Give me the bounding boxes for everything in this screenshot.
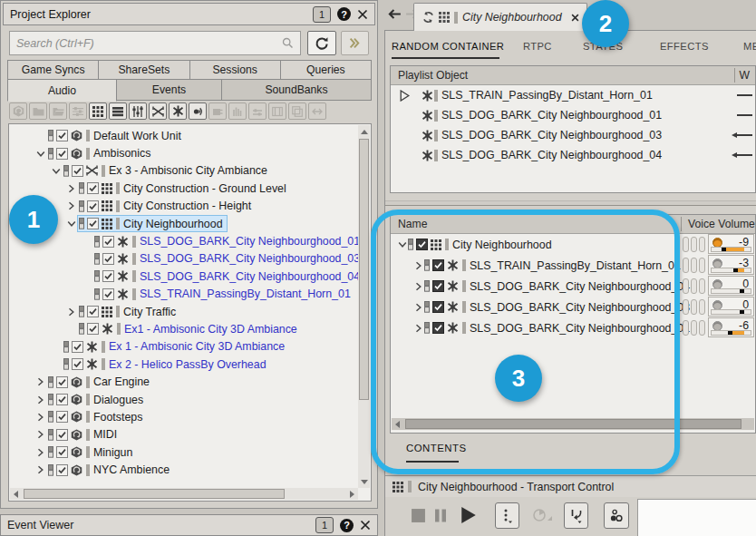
help-icon[interactable]: ? xyxy=(340,519,354,532)
chevron-right-icon[interactable] xyxy=(412,259,424,271)
checkbox-checked-icon[interactable] xyxy=(432,301,444,313)
scroll-right-icon[interactable] xyxy=(346,488,358,500)
tree-horizontal-scrollbar[interactable] xyxy=(10,488,358,500)
tree-row[interactable]: Car Engine xyxy=(10,373,358,390)
checkbox-checked-icon[interactable] xyxy=(56,376,68,388)
create-switch-container-button[interactable] xyxy=(129,102,147,120)
chevron-right-icon[interactable] xyxy=(34,464,46,476)
scroll-left-icon[interactable] xyxy=(392,418,403,430)
voice-volume-cell[interactable]: 0 xyxy=(708,297,754,317)
checkbox-checked-icon[interactable] xyxy=(87,200,99,212)
search-advanced-button[interactable] xyxy=(341,31,369,55)
tab-sharesets[interactable]: ShareSets xyxy=(98,60,189,80)
document-tab[interactable]: City Neighbourhood xyxy=(413,3,587,31)
chevron-right-icon[interactable] xyxy=(34,376,46,388)
voice-volume-cell[interactable]: -9 xyxy=(708,234,754,254)
checkbox-checked-icon[interactable] xyxy=(87,323,99,335)
tree-row[interactable]: SLS_DOG_BARK_City Neighbourghood_04 xyxy=(10,268,358,285)
scrollbar-thumb[interactable] xyxy=(359,139,369,400)
checkbox-checked-icon[interactable] xyxy=(56,130,68,141)
tab-rtpc[interactable]: RTPC xyxy=(523,41,552,52)
stop-icon[interactable] xyxy=(411,508,426,523)
voice-volume-cell[interactable]: -3 xyxy=(708,255,754,275)
tab-effects[interactable]: EFFECTS xyxy=(660,41,709,52)
tab-sessions[interactable]: Sessions xyxy=(189,60,281,80)
scrollbar-thumb[interactable] xyxy=(24,489,285,499)
tree-row[interactable]: Dialogues xyxy=(10,391,358,408)
chevron-right-icon[interactable] xyxy=(65,182,77,194)
chevron-right-icon[interactable] xyxy=(34,411,46,423)
checkbox-checked-icon[interactable] xyxy=(432,322,444,334)
tree-row[interactable]: City Construction - Height xyxy=(10,198,358,215)
checkbox-checked-icon[interactable] xyxy=(56,148,68,160)
chevron-right-icon[interactable] xyxy=(65,306,77,317)
tree-row[interactable]: Minigun xyxy=(10,443,358,461)
contents-row[interactable]: SLS_DOG_BARK_City Neighbourghood_04 0 xyxy=(391,276,755,297)
play-icon[interactable] xyxy=(460,506,478,524)
contents-row[interactable]: SLS_DOG_BARK_City Neighbourghood_03 0 xyxy=(391,297,755,317)
create-random-container-button[interactable] xyxy=(89,102,107,120)
scrollbar-thumb[interactable] xyxy=(405,419,741,429)
create-sound-voice-button[interactable] xyxy=(189,102,207,120)
chevron-down-icon[interactable] xyxy=(396,239,408,250)
contents-row[interactable]: City Neighbourhood -9 xyxy=(391,234,755,255)
chevron-right-icon[interactable] xyxy=(34,394,46,405)
chevron-right-icon[interactable] xyxy=(65,200,77,212)
contents-row[interactable]: SLS_DOG_BARK_City Neighbourghood_01 -6 xyxy=(391,317,755,338)
tree-row[interactable]: Footsteps xyxy=(10,408,358,425)
mini-fader-set[interactable] xyxy=(683,278,705,294)
scroll-up-icon[interactable] xyxy=(358,126,370,138)
tab-soundbanks[interactable]: SoundBanks xyxy=(221,79,372,101)
play-options-button[interactable] xyxy=(495,502,519,529)
tab-events[interactable]: Events xyxy=(116,79,222,101)
voice-volume-cell[interactable]: -6 xyxy=(708,317,754,337)
create-sequence-container-button[interactable] xyxy=(109,102,127,120)
checkbox-checked-icon[interactable] xyxy=(87,306,99,317)
checkbox-checked-icon[interactable] xyxy=(56,464,68,476)
checkbox-checked-icon[interactable] xyxy=(56,429,68,441)
checkbox-checked-icon[interactable] xyxy=(102,236,114,248)
chevron-right-icon[interactable] xyxy=(412,301,424,313)
checkbox-checked-icon[interactable] xyxy=(432,259,444,271)
checkbox-checked-icon[interactable] xyxy=(72,358,83,370)
contents-horizontal-scrollbar[interactable] xyxy=(392,418,754,430)
column-divider[interactable] xyxy=(734,68,735,83)
search-input[interactable]: Search (Ctrl+F) xyxy=(9,31,301,55)
tree-row[interactable]: SLS_DOG_BARK_City Neighbourghood_01 xyxy=(10,232,358,249)
tree-row[interactable]: SLS_TRAIN_PassingBy_Distant_Horn_01 xyxy=(10,286,358,303)
playlist-row[interactable]: SLS_DOG_BARK_City Neighbourghood_03 xyxy=(391,125,755,145)
checkbox-checked-icon[interactable] xyxy=(87,182,99,194)
mini-fader-set[interactable] xyxy=(683,258,705,273)
tree-row[interactable]: Ex1 - Ambisonic City 3D Ambiance xyxy=(10,320,358,337)
chevron-right-icon[interactable] xyxy=(412,280,424,292)
tab-queries[interactable]: Queries xyxy=(280,60,372,80)
checkbox-checked-icon[interactable] xyxy=(56,411,68,423)
tree-row[interactable]: Ambisonics xyxy=(10,144,358,161)
back-arrow-icon[interactable] xyxy=(387,7,402,21)
checkbox-checked-icon[interactable] xyxy=(56,394,68,405)
tree-row[interactable]: Default Work Unit xyxy=(10,127,358,144)
tab-random-container[interactable]: RANDOM CONTAINER xyxy=(392,41,504,52)
tab-audio[interactable]: Audio xyxy=(7,79,117,102)
checkbox-checked-icon[interactable] xyxy=(102,253,114,265)
tab-game-syncs[interactable]: Game Syncs xyxy=(7,60,99,80)
mini-fader-set[interactable] xyxy=(683,299,705,315)
weight-slider[interactable] xyxy=(737,114,752,116)
scroll-left-icon[interactable] xyxy=(10,488,22,500)
instance-badge[interactable]: 1 xyxy=(313,6,331,23)
chevron-down-icon[interactable] xyxy=(50,165,62,177)
checkbox-checked-icon[interactable] xyxy=(102,270,114,282)
voice-volume-cell[interactable]: 0 xyxy=(708,276,754,296)
checkbox-checked-icon[interactable] xyxy=(102,288,114,300)
mini-fader-set[interactable] xyxy=(683,237,705,252)
column-divider[interactable] xyxy=(681,217,682,231)
chevron-down-icon[interactable] xyxy=(34,148,46,160)
contents-row[interactable]: SLS_TRAIN_PassingBy_Distant_Horn_01 -3 xyxy=(391,255,755,276)
checkbox-checked-icon[interactable] xyxy=(72,341,83,353)
playlist-row[interactable]: SLS_DOG_BARK_City Neighbourghood_01 xyxy=(391,105,755,125)
tree-vertical-scrollbar[interactable] xyxy=(358,125,370,488)
chevron-right-icon[interactable] xyxy=(412,322,424,334)
tree-row[interactable]: Ex 3 - Ambisonic City Ambiance xyxy=(10,162,358,180)
volume-slider[interactable] xyxy=(711,309,751,315)
chevron-right-icon[interactable] xyxy=(34,429,46,441)
